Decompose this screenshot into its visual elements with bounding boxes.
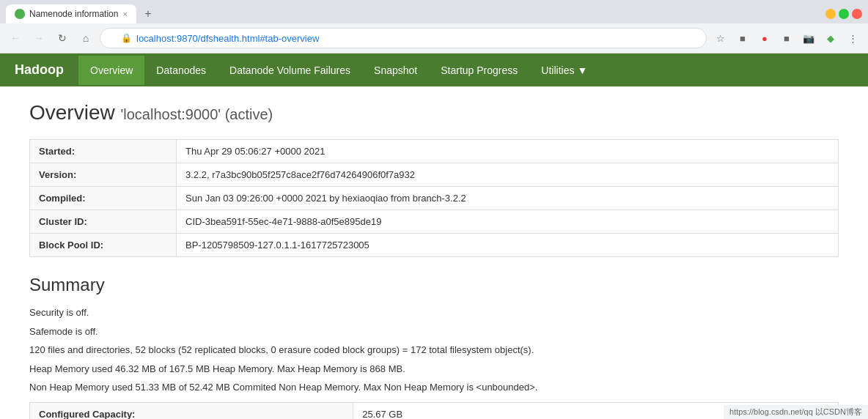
security-icon: 🔒 — [121, 33, 132, 43]
bookmark-icon[interactable]: ☆ — [711, 29, 730, 48]
info-value: BP-1205798509-127.0.1.1-1617725723005 — [177, 234, 839, 257]
summary-line: 120 files and directories, 52 blocks (52… — [29, 343, 839, 357]
summary-table: Configured Capacity:25.67 GBConfigured R… — [29, 402, 839, 420]
info-row: Block Pool ID:BP-1205798509-127.0.1.1-16… — [30, 234, 839, 257]
record-icon[interactable]: ● — [755, 29, 774, 48]
browser-chrome: Namenode information × + ← → ↻ ⌂ 🔒 local… — [0, 0, 868, 53]
summary-title: Summary — [29, 275, 839, 295]
status-text: https://blog.csdn.net/qq 以CSDN博客 — [729, 407, 862, 416]
summary-line: Non Heap Memory used 51.33 MB of 52.42 M… — [29, 380, 839, 395]
info-value: CID-3bea591f-55ec-4e71-9888-a0f5e895de19 — [177, 210, 839, 234]
home-button[interactable]: ⌂ — [76, 29, 95, 48]
nav-item-startup-progress[interactable]: Startup Progress — [429, 56, 529, 85]
summary-row: Configured Capacity:25.67 GB — [30, 402, 839, 419]
summary-label: Configured Capacity: — [30, 402, 353, 419]
nav-item-datanodes[interactable]: Datanodes — [144, 56, 218, 85]
forward-button[interactable]: → — [29, 29, 48, 48]
info-label: Version: — [30, 163, 177, 187]
info-table: Started:Thu Apr 29 05:06:27 +0000 2021Ve… — [29, 139, 839, 257]
active-tab[interactable]: Namenode information × — [6, 4, 136, 23]
nav-item-utilities[interactable]: Utilities ▼ — [529, 56, 599, 85]
address-text: localhost:9870/dfshealth.html#tab-overvi… — [136, 33, 697, 44]
tab-bar: Namenode information × + — [0, 0, 868, 23]
top-nav: Hadoop Overview Datanodes Datanode Volum… — [0, 53, 868, 86]
info-row: Compiled:Sun Jan 03 09:26:00 +0000 2021 … — [30, 187, 839, 210]
new-tab-button[interactable]: + — [139, 5, 157, 23]
info-value: Sun Jan 03 09:26:00 +0000 2021 by hexiao… — [177, 187, 839, 210]
minimize-button[interactable] — [825, 9, 836, 19]
nav-brand: Hadoop — [0, 53, 78, 86]
page-title: Overview 'localhost:9000' (active) — [29, 101, 839, 125]
nav-item-datanode-volume-failures[interactable]: Datanode Volume Failures — [218, 56, 362, 85]
reload-button[interactable]: ↻ — [53, 29, 72, 48]
tab-close-button[interactable]: × — [122, 10, 127, 18]
menu-icon[interactable]: ⋮ — [843, 29, 862, 48]
close-window-button[interactable] — [852, 9, 862, 19]
toolbar-icons: ☆ ■ ● ■ 📷 ◆ ⋮ — [711, 29, 862, 48]
dropdown-arrow-icon: ▼ — [577, 64, 587, 76]
page-title-main: Overview — [29, 101, 115, 124]
extension-icon[interactable]: ◆ — [821, 29, 840, 48]
back-button[interactable]: ← — [6, 29, 25, 48]
summary-line: Security is off. — [29, 305, 839, 320]
status-bar: https://blog.csdn.net/qq 以CSDN博客 — [724, 405, 868, 419]
tab-favicon — [15, 9, 25, 19]
info-row: Cluster ID:CID-3bea591f-55ec-4e71-9888-a… — [30, 210, 839, 234]
maximize-button[interactable] — [839, 9, 849, 19]
info-label: Started: — [30, 140, 177, 163]
info-value: Thu Apr 29 05:06:27 +0000 2021 — [177, 140, 839, 163]
screenshot-icon[interactable]: 📷 — [799, 29, 818, 48]
info-label: Compiled: — [30, 187, 177, 210]
stop-icon[interactable]: ■ — [777, 29, 796, 48]
extensions-icon[interactable]: ■ — [733, 29, 752, 48]
info-value: 3.2.2, r7a3bc90b05f257c8ace2f76d74264906… — [177, 163, 839, 187]
info-label: Cluster ID: — [30, 210, 177, 234]
address-bar[interactable]: 🔒 localhost:9870/dfshealth.html#tab-over… — [100, 28, 707, 48]
tab-title: Namenode information — [29, 9, 118, 19]
summary-line: Heap Memory used 46.32 MB of 167.5 MB He… — [29, 362, 839, 377]
info-label: Block Pool ID: — [30, 234, 177, 257]
main-content: Overview 'localhost:9000' (active) Start… — [0, 86, 868, 419]
info-row: Started:Thu Apr 29 05:06:27 +0000 2021 — [30, 140, 839, 163]
page-title-subtitle: 'localhost:9000' (active) — [120, 106, 273, 122]
nav-menu: Overview Datanodes Datanode Volume Failu… — [78, 56, 599, 85]
summary-line: Safemode is off. — [29, 325, 839, 339]
summary-lines: Security is off.Safemode is off.120 file… — [29, 305, 839, 395]
address-bar-row: ← → ↻ ⌂ 🔒 localhost:9870/dfshealth.html#… — [0, 23, 868, 53]
info-row: Version:3.2.2, r7a3bc90b05f257c8ace2f76d… — [30, 163, 839, 187]
window-controls — [825, 9, 862, 19]
nav-item-overview[interactable]: Overview — [78, 56, 144, 85]
nav-item-snapshot[interactable]: Snapshot — [362, 56, 429, 85]
